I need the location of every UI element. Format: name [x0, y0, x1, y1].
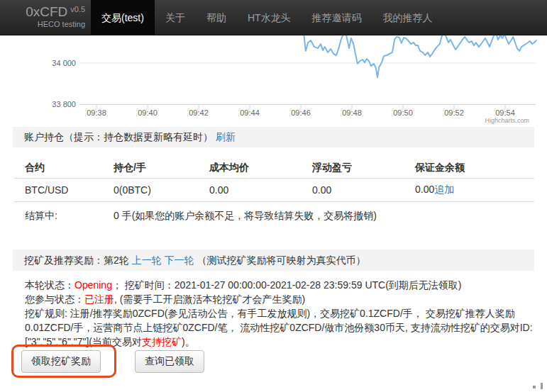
mining-actions: 领取挖矿奖励 查询已领取	[21, 350, 204, 373]
x-axis-label: 09:50	[389, 108, 417, 117]
brand-logo[interactable]: 0xCFD v0.5 HECO testing	[13, 5, 85, 28]
nav-item-my-referrer[interactable]: 我的推荐人	[372, 0, 443, 35]
margin-value: 0.00	[415, 184, 434, 195]
col-margin-balance: 保证金余额	[404, 162, 534, 174]
cell-avg-cost: 0.00	[198, 184, 301, 196]
mining-header-note: （测试挖矿奖励将可映射为真实代币）	[197, 254, 365, 266]
nav-item-trade[interactable]: 交易(test)	[91, 0, 155, 35]
highcharts-credit-link[interactable]: Highcharts.com	[468, 117, 529, 124]
col-contract: 合约	[13, 162, 102, 174]
col-position: 持仓/手	[102, 162, 198, 174]
join-status-label: 您参与状态：	[25, 293, 84, 305]
round-status-line: 本轮状态：Opening； 挖矿时间：2021-01-27 00:00:00-2…	[25, 278, 537, 292]
mining-rules-end: )。	[182, 336, 195, 347]
prev-round-link[interactable]: 上一轮	[132, 254, 162, 266]
scrollbar-artifact	[533, 386, 536, 388]
cell-floating-pnl: 0.00	[301, 184, 404, 196]
join-status-value: 已注册	[84, 293, 114, 305]
settling-value: 0 手(如果您的账户余额不足，将导致结算失败，交易将撤销)	[102, 210, 377, 223]
refresh-link[interactable]: 刷新	[216, 131, 236, 142]
join-status-line: 您参与状态：已注册, (需要手工开启激活本轮挖矿才会产生奖励)	[25, 292, 537, 306]
mining-header-text: 挖矿及推荐奖励：第2轮	[24, 254, 129, 266]
mining-time-text: ； 挖矿时间：2021-01-27 00:00:00-2021-02-28 23…	[112, 279, 462, 291]
y-axis-label-34000: 34 000	[32, 59, 76, 67]
brand-name: 0xCFD	[26, 4, 67, 19]
scrollbar-artifact	[541, 383, 543, 389]
mining-info-block: 本轮状态：Opening； 挖矿时间：2021-01-27 00:00:00-2…	[25, 278, 537, 349]
next-round-link[interactable]: 下一轮	[165, 254, 194, 266]
mining-support-flag: 支持挖矿	[142, 336, 182, 347]
mining-rules-line: 挖矿规则: 注册/推荐奖励0ZCFD(参见活动公告，有手工发放规则)，交易挖矿0…	[25, 306, 537, 349]
x-axis-label: 09:38	[82, 108, 111, 117]
x-axis-label: 09:52	[440, 108, 468, 117]
brand-version: v0.5	[70, 5, 85, 13]
nav-item-help[interactable]: 帮助	[196, 0, 237, 35]
positions-section-header: 账户持仓（提示：持仓数据更新略有延时） 刷新	[13, 127, 534, 147]
mining-section-header: 挖矿及推荐奖励：第2轮 上一轮 下一轮 （测试挖矿奖励将可映射为真实代币）	[13, 250, 534, 271]
settling-row: 结算中: 0 手(如果您的账户余额不足，将导致结算失败，交易将撤销)	[13, 210, 534, 223]
cell-position: 0(0BTC)	[102, 184, 198, 196]
table-header-row: 合约 持仓/手 成本均价 浮动盈亏 保证金余额	[13, 157, 534, 179]
brand-subtitle: HECO testing	[13, 20, 85, 28]
cell-contract: BTC/USD	[13, 184, 102, 196]
top-navbar: 0xCFD v0.5 HECO testing 交易(test) 关于 帮助 H…	[0, 0, 547, 35]
join-status-note: , (需要手工开启激活本轮挖矿才会产生奖励)	[114, 293, 305, 305]
append-margin-link[interactable]: 追加	[434, 184, 454, 195]
query-claimed-button[interactable]: 查询已领取	[135, 350, 204, 373]
nav-item-faucet[interactable]: HT水龙头	[237, 0, 302, 35]
price-chart: 34 000 33 800 09:38 09:40 09:42 09:44 09…	[0, 35, 547, 126]
col-avg-cost: 成本均价	[198, 162, 301, 174]
col-floating-pnl: 浮动盈亏	[301, 162, 404, 174]
positions-header-text: 账户持仓（提示：持仓数据更新略有延时）	[24, 131, 213, 142]
nav-menu: 交易(test) 关于 帮助 HT水龙头 推荐邀请码 我的推荐人	[91, 0, 443, 35]
claim-mining-reward-button[interactable]: 领取挖矿奖励	[21, 350, 101, 373]
x-axis-label: 09:46	[287, 108, 315, 117]
x-axis-label: 09:40	[133, 108, 162, 117]
settling-label: 结算中:	[13, 210, 102, 223]
x-axis-label: 09:42	[184, 108, 213, 117]
mining-rules-text: 挖矿规则: 注册/推荐奖励0ZCFD(参见活动公告，有手工发放规则)，交易挖矿0…	[25, 308, 533, 347]
y-axis-label-33800: 33 800	[32, 100, 76, 108]
nav-item-about[interactable]: 关于	[155, 0, 196, 35]
x-axis-label: 09:44	[236, 108, 264, 117]
round-status-label: 本轮状态：	[25, 279, 74, 291]
positions-table: 合约 持仓/手 成本均价 浮动盈亏 保证金余额 BTC/USD 0(0BTC) …	[13, 157, 534, 202]
table-row: BTC/USD 0(0BTC) 0.00 0.00 0.00追加	[13, 179, 534, 202]
round-status-value: Opening	[74, 279, 112, 291]
nav-item-referral-code[interactable]: 推荐邀请码	[302, 0, 372, 35]
x-axis-label: 09:54	[491, 108, 519, 117]
x-axis-label: 09:48	[338, 108, 366, 117]
cell-margin-balance: 0.00追加	[404, 184, 534, 196]
